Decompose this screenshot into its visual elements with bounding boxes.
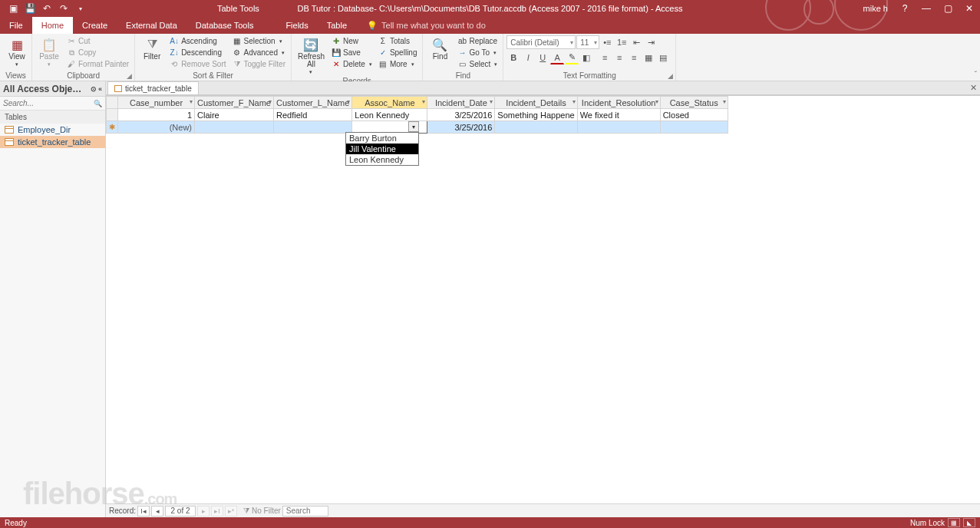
column-header[interactable]: Assoc_Name▾ <box>352 97 427 109</box>
nav-group-tables[interactable]: Tables <box>0 111 105 124</box>
clipboard-dialog-launcher[interactable]: ◢ <box>127 72 132 80</box>
nav-pane-header[interactable]: All Access Obje… ⊙ « <box>0 81 105 97</box>
underline-button[interactable]: U <box>536 51 549 64</box>
italic-button[interactable]: I <box>521 51 535 64</box>
assoc-name-dropdown-list[interactable]: Barry BurtonJill ValentineLeon Kennedy <box>345 132 419 166</box>
delete-record-button[interactable]: ✕Delete▾ <box>329 58 375 70</box>
save-record-button[interactable]: 💾Save <box>329 47 375 58</box>
format-painter-button[interactable]: 🖌Format Painter <box>64 58 131 70</box>
nav-pane-collapse-icon[interactable]: « <box>98 85 102 93</box>
copy-button[interactable]: ⧉Copy <box>64 47 131 58</box>
redo-qat-button[interactable]: ↷ <box>57 2 71 15</box>
status-ready: Ready <box>5 519 27 527</box>
bold-button[interactable]: B <box>506 51 520 64</box>
copy-label: Copy <box>78 48 96 57</box>
access-icon: ▣ <box>6 2 20 15</box>
first-record-button[interactable]: I◂ <box>137 506 150 516</box>
dropdown-option[interactable]: Leon Kennedy <box>346 154 418 165</box>
align-center-button[interactable]: ≡ <box>612 51 626 64</box>
dropdown-option[interactable]: Jill Valentine <box>346 144 418 154</box>
refresh-all-button[interactable]: 🔄 Refresh All ▾ <box>295 35 328 77</box>
goto-icon: → <box>457 48 467 58</box>
column-header[interactable]: Incident_Date▾ <box>427 97 495 109</box>
toggle-filter-button[interactable]: ⧩Toggle Filter <box>230 58 288 70</box>
datasheet-view-switch[interactable]: ▦ <box>948 518 960 527</box>
numbering-button[interactable]: 1≡ <box>615 35 629 49</box>
replace-button[interactable]: abReplace <box>455 35 500 47</box>
font-size-combo[interactable]: 11 <box>576 35 599 49</box>
ascending-button[interactable]: A↓Ascending <box>167 35 228 47</box>
gridlines-button[interactable]: ▦ <box>642 51 655 64</box>
tell-me-search[interactable]: 💡 Tell me what you want to do <box>356 17 486 34</box>
selection-button[interactable]: ▦Selection▾ <box>230 35 288 47</box>
more-button[interactable]: ▤More▾ <box>376 58 420 70</box>
tab-home[interactable]: Home <box>32 17 73 34</box>
goto-button[interactable]: →Go To▾ <box>455 47 500 58</box>
cut-button[interactable]: ✂Cut <box>64 35 131 47</box>
tab-create[interactable]: Create <box>73 17 117 34</box>
nav-item-employee-dir[interactable]: Employee_Dir <box>0 124 105 136</box>
new-record-button[interactable]: ✚New <box>329 35 375 47</box>
column-header[interactable]: Customer_L_Name▾ <box>273 97 351 109</box>
find-button[interactable]: 🔍 Find <box>426 35 454 62</box>
align-left-button[interactable]: ≡ <box>598 51 612 64</box>
qat-customize-button[interactable]: ▾ <box>74 2 87 15</box>
font-color-button[interactable]: A <box>550 51 564 64</box>
highlight-button[interactable]: ✎ <box>565 51 579 64</box>
minimize-button[interactable]: — <box>916 0 937 17</box>
prev-record-button[interactable]: ◂ <box>151 506 163 516</box>
close-button[interactable]: ✕ <box>959 0 980 17</box>
dropdown-option[interactable]: Barry Burton <box>346 133 418 144</box>
totals-icon: Σ <box>378 37 388 46</box>
column-header[interactable]: Customer_F_Name▾ <box>195 97 274 109</box>
tab-database-tools[interactable]: Database Tools <box>186 17 263 34</box>
align-right-button[interactable]: ≡ <box>627 51 641 64</box>
remove-sort-button[interactable]: ⟲Remove Sort <box>167 58 228 70</box>
column-header[interactable]: Case_number▾ <box>118 97 195 109</box>
text-formatting-dialog-launcher[interactable]: ◢ <box>668 72 673 80</box>
font-family-combo[interactable]: Calibri (Detail) <box>506 35 576 49</box>
select-button[interactable]: ▭Select▾ <box>455 58 500 70</box>
record-search-input[interactable] <box>282 506 328 516</box>
indent-right-button[interactable]: ⇥ <box>644 35 658 49</box>
nav-search-input[interactable] <box>3 99 94 107</box>
next-record-button[interactable]: ▸ <box>197 506 210 516</box>
user-name[interactable]: mike h <box>863 4 888 13</box>
view-button[interactable]: ▦ View ▾ <box>3 35 31 69</box>
spelling-button[interactable]: ✓Spelling <box>376 47 420 58</box>
document-tab-ticket-tracker[interactable]: ticket_tracker_table <box>107 81 199 94</box>
new-record-nav-button[interactable]: ▸* <box>225 506 237 516</box>
column-header[interactable]: Incident_Resolution▾ <box>577 97 660 109</box>
filter-button[interactable]: ⧩ Filter <box>138 35 166 62</box>
nav-item-ticket-tracker[interactable]: ticket_tracker_table <box>0 136 105 148</box>
nav-pane-dropdown-icon[interactable]: ⊙ <box>91 85 97 93</box>
descending-button[interactable]: Z↓Descending <box>167 47 228 58</box>
help-button[interactable]: ? <box>894 0 916 17</box>
design-view-switch[interactable]: ◣ <box>963 518 975 527</box>
assoc-name-dropdown-button[interactable]: ▾ <box>408 121 419 132</box>
paste-button[interactable]: 📋 Paste ▾ <box>35 35 63 69</box>
indent-left-button[interactable]: ⇤ <box>629 35 643 49</box>
tab-fields[interactable]: Fields <box>276 17 317 34</box>
undo-qat-button[interactable]: ↶ <box>40 2 54 15</box>
column-header[interactable]: Case_Status▾ <box>660 97 728 109</box>
restore-button[interactable]: ▢ <box>937 0 959 17</box>
nav-search[interactable]: 🔍 <box>0 97 105 111</box>
bullets-button[interactable]: •≡ <box>600 35 614 49</box>
last-record-button[interactable]: ▸I <box>211 506 223 516</box>
tab-file[interactable]: File <box>0 17 32 34</box>
tab-table[interactable]: Table <box>318 17 356 34</box>
select-icon: ▭ <box>457 60 467 69</box>
fill-color-button[interactable]: ◧ <box>579 51 593 64</box>
close-document-button[interactable]: ✕ <box>970 83 977 93</box>
totals-button[interactable]: ΣTotals <box>376 35 420 47</box>
alt-row-color-button[interactable]: ▤ <box>656 51 670 64</box>
sort-desc-icon: Z↓ <box>170 48 179 58</box>
tab-external-data[interactable]: External Data <box>117 17 186 34</box>
collapse-ribbon-button[interactable]: ˇ <box>975 71 977 79</box>
save-qat-button[interactable]: 💾 <box>23 2 37 15</box>
column-header[interactable]: Incident_Details▾ <box>495 97 577 109</box>
advanced-button[interactable]: ⚙Advanced▾ <box>230 47 288 58</box>
record-position-box[interactable]: 2 of 2 <box>165 506 196 516</box>
remove-sort-label: Remove Sort <box>181 60 226 68</box>
